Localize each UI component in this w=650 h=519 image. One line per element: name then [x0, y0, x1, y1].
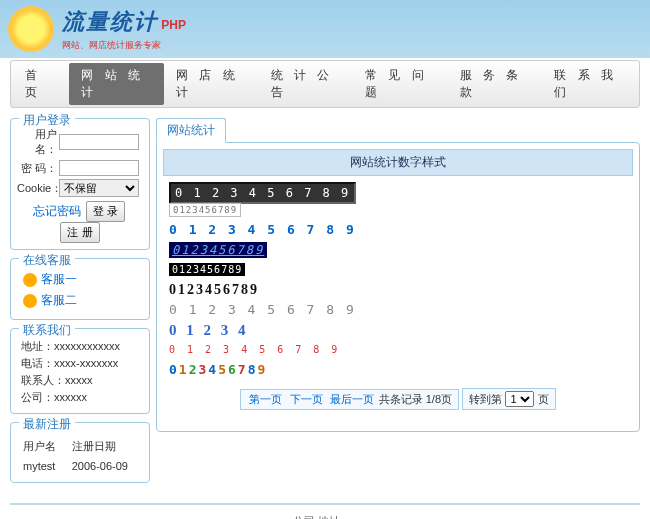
nav-item-1[interactable]: 网 站 统 计	[69, 63, 164, 105]
cookie-label: Cookie：	[17, 181, 57, 196]
nav-item-2[interactable]: 网 店 统 计	[164, 63, 259, 105]
nav-item-0[interactable]: 首 页	[13, 63, 69, 105]
forgot-password-link[interactable]: 忘记密码	[33, 204, 81, 218]
counter-style-3[interactable]: 0123456789	[169, 242, 267, 258]
counter-style-1[interactable]: 0123456789	[169, 203, 241, 217]
contact-title: 联系我们	[19, 322, 75, 339]
header: 流量统计 PHP 网站、网店统计服务专家	[0, 0, 650, 58]
counter-style-7[interactable]: 0 1 2 3 4	[169, 322, 249, 338]
password-label: 密 码：	[17, 161, 57, 176]
counter-style-4[interactable]: 0123456789	[169, 263, 245, 276]
col-regdate: 注册日期	[68, 437, 141, 456]
login-panel: 用户登录 用户名： 密 码： Cookie：不保留 忘记密码 登 录 注 册	[10, 118, 150, 250]
main-panel: 网站统计数字样式 0 1 2 3 4 5 6 7 8 9 0123456789 …	[156, 142, 640, 432]
latest-title: 最新注册	[19, 416, 75, 433]
qq-icon	[23, 294, 37, 308]
logo-suffix: PHP	[161, 18, 186, 32]
sun-icon	[8, 6, 54, 52]
qq-icon	[23, 273, 37, 287]
counter-style-8[interactable]: 0 1 2 3 4 5 6 7 8 9	[169, 344, 340, 355]
login-button[interactable]: 登 录	[86, 201, 125, 222]
login-title: 用户登录	[19, 112, 75, 129]
nav-item-5[interactable]: 服 务 条 款	[448, 63, 543, 105]
password-input[interactable]	[59, 160, 139, 176]
logo-subtitle: 网站、网店统计服务专家	[62, 39, 186, 52]
footer: xxxxxxxxx公司 地址：xxxxxxxxxx 服务邮箱：xxxx@xxxx…	[0, 513, 650, 519]
customer-service-panel: 在线客服 客服一客服二	[10, 258, 150, 320]
username-input[interactable]	[59, 134, 139, 150]
cs-item-0[interactable]: 客服一	[23, 271, 137, 288]
counter-style-6[interactable]: 0 1 2 3 4 5 6 7 8 9	[169, 302, 356, 317]
nav-item-6[interactable]: 联 系 我 们	[542, 63, 637, 105]
page-last[interactable]: 最后一页	[330, 393, 374, 405]
cs-item-1[interactable]: 客服二	[23, 292, 137, 309]
counter-style-2[interactable]: 0 1 2 3 4 5 6 7 8 9	[169, 222, 356, 237]
logo-title: 流量统计	[62, 9, 158, 34]
username-label: 用户名：	[17, 127, 57, 157]
cs-title: 在线客服	[19, 252, 75, 269]
cookie-select[interactable]: 不保留	[59, 179, 139, 197]
pagination: 第一页 下一页 最后一页 共条记录 1/8页 转到第 1 页	[163, 388, 633, 410]
main-nav: 首 页网 站 统 计网 店 统 计统 计 公 告常 见 问 题服 务 条 款联 …	[10, 60, 640, 108]
styles-header: 网站统计数字样式	[163, 149, 633, 176]
latest-reg-panel: 最新注册 用户名注册日期 mytest2006-06-09	[10, 422, 150, 483]
counter-style-0[interactable]: 0 1 2 3 4 5 6 7 8 9	[169, 182, 356, 204]
counter-style-5[interactable]: 0123456789	[169, 282, 259, 297]
page-info: 共条记录 1/8页	[379, 393, 452, 405]
page-first[interactable]: 第一页	[249, 393, 282, 405]
goto-page-select[interactable]: 1	[505, 391, 534, 407]
page-next[interactable]: 下一页	[290, 393, 323, 405]
col-username: 用户名	[19, 437, 66, 456]
tab-site-stats[interactable]: 网站统计	[156, 118, 226, 143]
register-button[interactable]: 注 册	[60, 222, 99, 243]
nav-item-4[interactable]: 常 见 问 题	[353, 63, 448, 105]
table-row: mytest2006-06-09	[19, 458, 141, 474]
nav-item-3[interactable]: 统 计 公 告	[259, 63, 354, 105]
counter-style-9[interactable]: 0123456789	[169, 362, 267, 377]
contact-panel: 联系我们 地址：xxxxxxxxxxxx 电话：xxxx-xxxxxxx 联系人…	[10, 328, 150, 414]
